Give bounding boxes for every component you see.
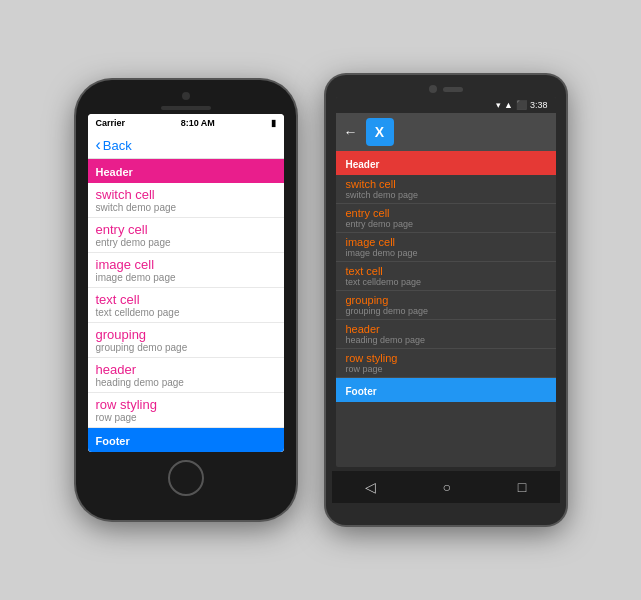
- android-device: ▾ ▲ ⬛ 3:38 ← X Header switch cell switch…: [326, 75, 566, 525]
- item-title: row styling: [96, 397, 276, 412]
- item-sub: row page: [346, 364, 546, 374]
- list-item[interactable]: header heading demo page: [88, 358, 284, 393]
- item-sub: heading demo page: [346, 335, 546, 345]
- item-title: text cell: [96, 292, 276, 307]
- item-sub: switch demo page: [346, 190, 546, 200]
- item-sub: heading demo page: [96, 377, 276, 388]
- item-title: grouping: [346, 294, 546, 306]
- list-item[interactable]: row styling row page: [88, 393, 284, 428]
- list-item[interactable]: text cell text celldemo page: [88, 288, 284, 323]
- list-item[interactable]: row styling row page: [336, 349, 556, 378]
- list-item[interactable]: switch cell switch demo page: [336, 175, 556, 204]
- android-screen: ▾ ▲ ⬛ 3:38 ← X Header switch cell switch…: [336, 97, 556, 467]
- item-sub: grouping demo page: [346, 306, 546, 316]
- item-title: image cell: [96, 257, 276, 272]
- iphone-device: Carrier 8:10 AM ▮ ‹ Back Header switch c…: [76, 80, 296, 520]
- battery-icon: ▮: [271, 118, 276, 128]
- android-camera-row: [429, 85, 463, 93]
- item-sub: text celldemo page: [96, 307, 276, 318]
- back-button[interactable]: ‹ Back: [96, 136, 132, 154]
- android-status-icons: ▾ ▲ ⬛ 3:38: [496, 100, 547, 110]
- android-toolbar: ← X: [336, 113, 556, 151]
- list-item[interactable]: switch cell switch demo page: [88, 183, 284, 218]
- android-nav-bar: ◁ ○ □: [332, 471, 560, 503]
- item-title: row styling: [346, 352, 546, 364]
- android-list-header: Header: [336, 151, 556, 175]
- signal-icon: ▲: [504, 100, 513, 110]
- item-title: entry cell: [96, 222, 276, 237]
- item-sub: row page: [96, 412, 276, 423]
- item-title: header: [346, 323, 546, 335]
- iphone-camera: [182, 92, 190, 100]
- android-back-icon[interactable]: ←: [344, 124, 358, 140]
- android-speaker: [443, 87, 463, 92]
- item-title: text cell: [346, 265, 546, 277]
- item-title: image cell: [346, 236, 546, 248]
- carrier-label: Carrier: [96, 118, 126, 128]
- list-item[interactable]: grouping grouping demo page: [336, 291, 556, 320]
- item-sub: image demo page: [346, 248, 546, 258]
- android-camera: [429, 85, 437, 93]
- item-title: grouping: [96, 327, 276, 342]
- android-back-nav-icon[interactable]: ◁: [365, 479, 376, 495]
- back-chevron-icon: ‹: [96, 136, 101, 154]
- android-content: Header switch cell switch demo page entr…: [336, 151, 556, 467]
- back-label: Back: [103, 138, 132, 153]
- list-item[interactable]: grouping grouping demo page: [88, 323, 284, 358]
- android-recent-nav-icon[interactable]: □: [518, 479, 526, 495]
- item-title: switch cell: [96, 187, 276, 202]
- item-sub: switch demo page: [96, 202, 276, 213]
- wifi-icon: ▾: [496, 100, 501, 110]
- item-sub: text celldemo page: [346, 277, 546, 287]
- item-title: entry cell: [346, 207, 546, 219]
- iphone-nav-bar: ‹ Back: [88, 132, 284, 159]
- iphone-speaker: [161, 106, 211, 110]
- list-item[interactable]: entry cell entry demo page: [88, 218, 284, 253]
- battery-icon: ⬛: [516, 100, 527, 110]
- android-footer: Footer: [336, 378, 556, 402]
- list-item[interactable]: text cell text celldemo page: [336, 262, 556, 291]
- android-home-nav-icon[interactable]: ○: [443, 479, 451, 495]
- time-label: 3:38: [530, 100, 548, 110]
- item-title: header: [96, 362, 276, 377]
- item-sub: image demo page: [96, 272, 276, 283]
- iphone-list-header: Header: [88, 159, 284, 183]
- item-sub: grouping demo page: [96, 342, 276, 353]
- list-item[interactable]: entry cell entry demo page: [336, 204, 556, 233]
- time-label: 8:10 AM: [181, 118, 215, 128]
- android-status-bar: ▾ ▲ ⬛ 3:38: [336, 97, 556, 113]
- list-item[interactable]: image cell image demo page: [88, 253, 284, 288]
- iphone-footer: Footer: [88, 428, 284, 452]
- iphone-home-button[interactable]: [168, 460, 204, 496]
- list-item[interactable]: image cell image demo page: [336, 233, 556, 262]
- item-title: switch cell: [346, 178, 546, 190]
- iphone-status-bar: Carrier 8:10 AM ▮: [88, 114, 284, 132]
- list-item[interactable]: header heading demo page: [336, 320, 556, 349]
- item-sub: entry demo page: [96, 237, 276, 248]
- iphone-content: Header switch cell switch demo page entr…: [88, 159, 284, 452]
- item-sub: entry demo page: [346, 219, 546, 229]
- android-app-icon: X: [366, 118, 394, 146]
- iphone-screen: Carrier 8:10 AM ▮ ‹ Back Header switch c…: [88, 114, 284, 452]
